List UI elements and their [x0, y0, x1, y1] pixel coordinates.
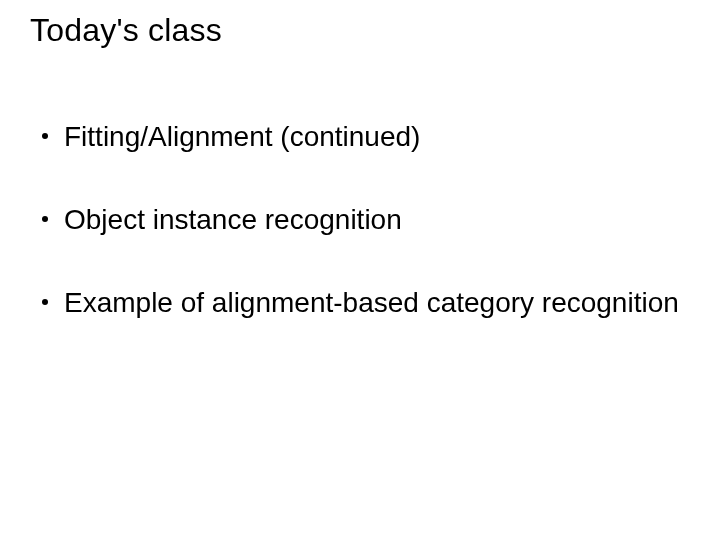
slide-title: Today's class	[30, 12, 690, 49]
slide-container: Today's class Fitting/Alignment (continu…	[0, 0, 720, 540]
list-item: Example of alignment-based category reco…	[42, 285, 690, 320]
bullet-icon	[42, 216, 48, 222]
bullet-icon	[42, 133, 48, 139]
list-item: Object instance recognition	[42, 202, 690, 237]
bullet-list: Fitting/Alignment (continued) Object ins…	[30, 119, 690, 320]
bullet-text: Example of alignment-based category reco…	[64, 285, 679, 320]
bullet-icon	[42, 299, 48, 305]
bullet-text: Fitting/Alignment (continued)	[64, 119, 420, 154]
list-item: Fitting/Alignment (continued)	[42, 119, 690, 154]
bullet-text: Object instance recognition	[64, 202, 402, 237]
